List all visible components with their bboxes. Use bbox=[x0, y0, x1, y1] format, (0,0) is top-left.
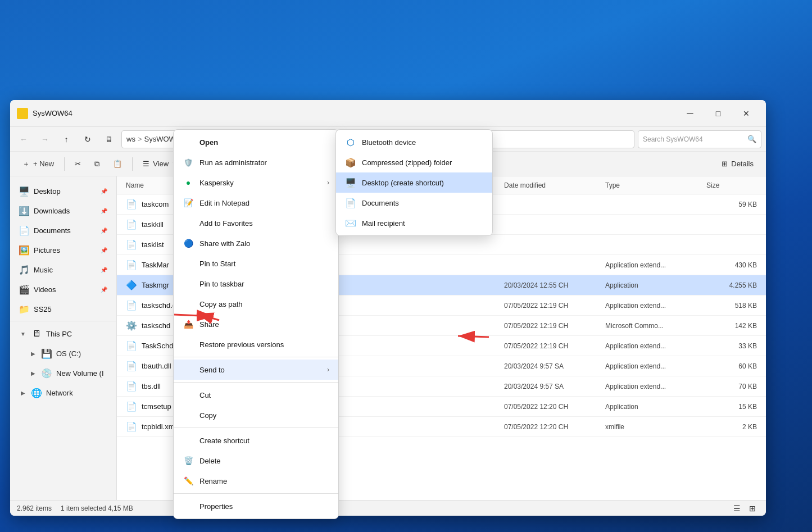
ctx-properties[interactable]: Properties bbox=[174, 496, 338, 516]
col-size[interactable]: Size bbox=[706, 181, 757, 189]
minimize-button[interactable]: ─ bbox=[677, 104, 703, 122]
refresh-button[interactable]: ↻ bbox=[79, 130, 97, 148]
zipped-icon: 📦 bbox=[345, 157, 356, 168]
sidebar-item-desktop[interactable]: 🖥️ Desktop 📌 bbox=[12, 181, 114, 201]
ctx-pin-taskbar-label: Pin to taskbar bbox=[199, 280, 244, 288]
sidebar-item-documents[interactable]: 📄 Documents 📌 bbox=[12, 221, 114, 240]
sidebar-item-videos[interactable]: 🎬 Videos 📌 bbox=[12, 280, 114, 299]
filename-tcmsetup: tcmsetup bbox=[142, 402, 171, 411]
ctx-copy-path[interactable]: Copy as path bbox=[174, 294, 338, 314]
maximize-button[interactable]: □ bbox=[705, 104, 731, 122]
copy-button[interactable]: ⧉ bbox=[89, 154, 105, 174]
sidebar-item-music[interactable]: 🎵 Music 📌 bbox=[12, 260, 114, 279]
properties-icon bbox=[183, 501, 194, 512]
sidebar-item-this-pc[interactable]: ▼ 🖥 This PC bbox=[12, 324, 114, 343]
ctx-notepad-label: Edit in Notepad bbox=[199, 199, 250, 207]
sendto-desktop[interactable]: 🖥️ Desktop (create shortcut) bbox=[336, 172, 492, 193]
ctx-run-admin[interactable]: 🛡️ Run as administrator bbox=[174, 152, 338, 172]
file-icon-taskkill: 📄 bbox=[126, 219, 137, 230]
details-button[interactable]: ⊞ Details bbox=[716, 154, 759, 174]
ctx-rename[interactable]: ✏️ Rename bbox=[174, 471, 338, 491]
ctx-favorites-label: Add to Favorites bbox=[199, 219, 253, 228]
sidebar-label-ss25: SS25 bbox=[34, 305, 52, 313]
send-to-arrow: › bbox=[327, 366, 329, 374]
ctx-copy[interactable]: Copy bbox=[174, 405, 338, 425]
desktop-icon: 🖥️ bbox=[19, 186, 29, 196]
sidebar-label-os-c: OS (C:) bbox=[56, 349, 81, 358]
ctx-cut[interactable]: Cut bbox=[174, 385, 338, 405]
list-view-button[interactable]: ☰ bbox=[730, 502, 743, 515]
videos-icon: 🎬 bbox=[19, 284, 29, 294]
sidebar-label-pictures: Pictures bbox=[34, 246, 60, 254]
pictures-icon: 🖼️ bbox=[19, 245, 29, 255]
sendto-bluetooth[interactable]: ⬡ Bluetooth device bbox=[336, 132, 492, 152]
ctx-zalo[interactable]: 🔵 Share with Zalo bbox=[174, 233, 338, 253]
grid-view-button[interactable]: ⊞ bbox=[746, 502, 759, 515]
breadcrumb-sep1: > bbox=[138, 135, 142, 143]
notepad-icon: 📝 bbox=[183, 197, 194, 208]
sidebar-item-downloads[interactable]: ⬇️ Downloads 📌 bbox=[12, 201, 114, 220]
paste-button[interactable]: 📋 bbox=[107, 154, 128, 174]
new-button[interactable]: ＋ + New bbox=[17, 154, 60, 174]
expand-os-c: ▶ bbox=[29, 349, 37, 357]
sidebar-label-downloads: Downloads bbox=[34, 207, 70, 215]
sendto-zipped-label: Compressed (zipped) folder bbox=[362, 158, 452, 167]
ctx-create-shortcut-label: Create shortcut bbox=[199, 436, 250, 445]
sidebar-item-pictures[interactable]: 🖼️ Pictures 📌 bbox=[12, 240, 114, 260]
ctx-sep-3 bbox=[174, 428, 338, 428]
sendto-documents[interactable]: 📄 Documents bbox=[336, 193, 492, 213]
ss25-icon: 📁 bbox=[19, 304, 29, 314]
ctx-pin-taskbar[interactable]: Pin to taskbar bbox=[174, 274, 338, 294]
share-icon: 📤 bbox=[183, 319, 194, 330]
file-icon-tbauth: 📄 bbox=[126, 361, 137, 371]
window-controls: ─ □ ✕ bbox=[677, 104, 759, 122]
ctx-kaspersky[interactable]: ● Kaspersky › bbox=[174, 172, 338, 193]
sendto-documents-label: Documents bbox=[362, 199, 399, 207]
ctx-restore-versions[interactable]: Restore previous versions bbox=[174, 334, 338, 354]
new-volume-icon: 💿 bbox=[42, 368, 52, 378]
zalo-icon: 🔵 bbox=[183, 238, 194, 249]
address-bar-icon[interactable]: 🖥 bbox=[100, 130, 118, 148]
ctx-favorites[interactable]: Add to Favorites bbox=[174, 213, 338, 233]
ctx-share-label: Share bbox=[199, 320, 219, 329]
up-button[interactable]: ↑ bbox=[57, 130, 75, 148]
close-button[interactable]: ✕ bbox=[733, 104, 759, 122]
sendto-zipped[interactable]: 📦 Compressed (zipped) folder bbox=[336, 152, 492, 172]
pin-start-icon bbox=[183, 258, 194, 269]
sidebar-item-os-c[interactable]: ▶ 💾 OS (C:) bbox=[12, 344, 114, 363]
cut-icon bbox=[183, 389, 194, 401]
sidebar-item-new-volume[interactable]: ▶ 💿 New Volume (I bbox=[12, 363, 114, 383]
file-icon-taskschd: ⚙️ bbox=[126, 320, 137, 331]
new-icon: ＋ bbox=[22, 159, 30, 169]
ctx-share[interactable]: 📤 Share bbox=[174, 314, 338, 334]
col-type[interactable]: Type bbox=[605, 181, 706, 189]
ctx-notepad[interactable]: 📝 Edit in Notepad bbox=[174, 193, 338, 213]
ctx-send-to[interactable]: Send to › bbox=[174, 360, 338, 380]
sidebar-item-network[interactable]: ▶ 🌐 Network bbox=[12, 383, 114, 402]
search-bar[interactable]: Search SysWOW64 🔍 bbox=[638, 130, 761, 148]
cut-button[interactable]: ✂ bbox=[69, 154, 87, 174]
ctx-open-label: Open bbox=[199, 138, 218, 147]
sidebar-item-ss25[interactable]: 📁 SS25 bbox=[12, 299, 114, 319]
col-date[interactable]: Date modified bbox=[504, 181, 605, 189]
ctx-open[interactable]: Open bbox=[174, 132, 338, 152]
ctx-pin-start[interactable]: Pin to Start bbox=[174, 253, 338, 274]
admin-icon: 🛡️ bbox=[183, 157, 194, 168]
title-bar: SysWOW64 ─ □ ✕ bbox=[10, 100, 766, 127]
restore-icon bbox=[183, 339, 194, 350]
breadcrumb-ws: ws bbox=[126, 135, 135, 143]
view-icon: ☰ bbox=[143, 160, 149, 168]
file-icon-taskmar: 📄 bbox=[126, 260, 137, 270]
sidebar-label-desktop: Desktop bbox=[34, 187, 61, 195]
ctx-create-shortcut[interactable]: Create shortcut bbox=[174, 430, 338, 451]
ctx-delete[interactable]: 🗑️ Delete bbox=[174, 451, 338, 471]
filename-tbs: tbs.dll bbox=[142, 382, 161, 390]
ctx-kaspersky-label: Kaspersky bbox=[199, 179, 234, 187]
sendto-mail[interactable]: ✉️ Mail recipient bbox=[336, 213, 492, 233]
back-button[interactable]: ← bbox=[15, 130, 33, 148]
forward-button[interactable]: → bbox=[36, 130, 54, 148]
kaspersky-icon: ● bbox=[183, 177, 194, 188]
filename-tbauth: tbauth.dll bbox=[142, 362, 171, 370]
details-icon: ⊞ bbox=[722, 160, 728, 168]
expand-network: ▶ bbox=[19, 389, 27, 397]
